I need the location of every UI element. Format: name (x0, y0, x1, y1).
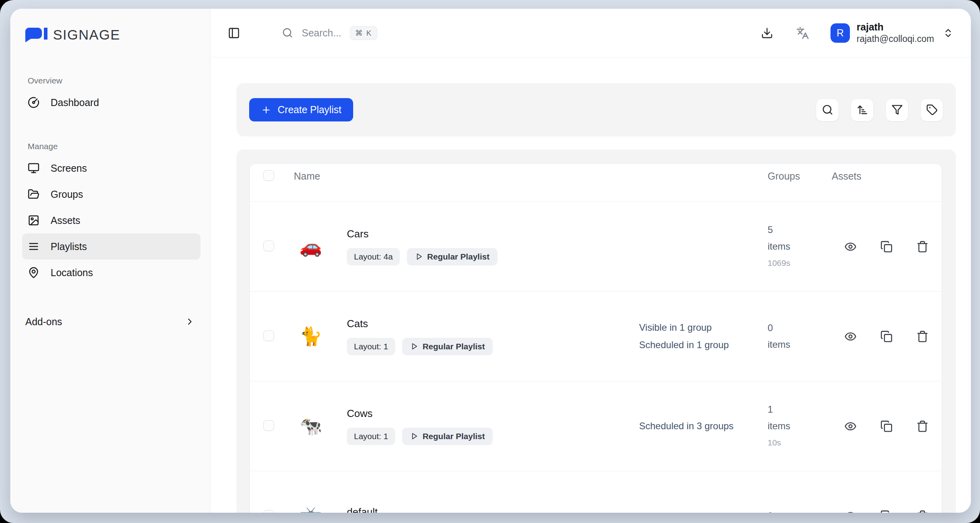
sort-button[interactable] (851, 99, 874, 121)
user-avatar[interactable]: R (831, 23, 850, 43)
play-icon (410, 342, 418, 351)
select-all-checkbox[interactable] (263, 170, 274, 181)
row-actions (832, 420, 931, 432)
eye-icon (844, 330, 857, 343)
eye-icon (844, 241, 857, 253)
playlist-name[interactable]: Cars (347, 228, 639, 240)
trash-icon (916, 330, 929, 343)
groups-cell: Visible in 1 groupScheduled in 1 group (639, 319, 734, 354)
playlist-toolbar: Create Playlist (236, 83, 956, 136)
groups-cell: Scheduled in 3 groups (639, 417, 734, 435)
playlist-name[interactable]: Cows (347, 407, 639, 420)
sidebar-item-playlists[interactable]: Playlists (22, 233, 201, 260)
playlist-badges: Layout: 1 Regular Playlist (347, 428, 639, 445)
delete-button[interactable] (916, 241, 929, 253)
row-checkbox[interactable] (263, 510, 274, 513)
section-label-manage: Manage (28, 142, 201, 151)
copy-icon (880, 330, 893, 343)
sidebar-item-assets[interactable]: Assets (22, 207, 201, 233)
map-pin-icon (28, 267, 40, 279)
table-row: 🚗 Cars Layout: 4a Regular Playlist 5 ite… (250, 201, 942, 291)
assets-unit: items (768, 238, 832, 255)
row-actions (832, 510, 931, 513)
assets-count: 5 (768, 222, 832, 238)
delete-button[interactable] (916, 510, 929, 513)
group-status-line: Scheduled in 3 groups (639, 417, 734, 435)
view-button[interactable] (844, 510, 857, 513)
playlist-emoji: 🚗 (299, 237, 347, 256)
sidebar-item-label: Locations (51, 267, 93, 279)
toolbar-icon-buttons (816, 99, 943, 121)
plus-icon (261, 105, 271, 115)
layout-badge: Layout: 1 (347, 338, 395, 355)
sort-ascending-icon (857, 104, 868, 116)
sidebar-item-dashboard[interactable]: Dashboard (22, 89, 201, 116)
chevrons-up-down-icon[interactable] (943, 28, 954, 38)
sidebar-item-label: Dashboard (51, 97, 99, 108)
row-actions (832, 330, 931, 343)
column-header-assets: Assets (832, 171, 931, 182)
sidebar-item-addons[interactable]: Add-ons (22, 311, 201, 332)
search-shortcut-badge: ⌘ K (350, 26, 377, 40)
copy-icon (880, 420, 893, 432)
sidebar-item-groups[interactable]: Groups (22, 181, 201, 207)
list-icon (28, 241, 40, 252)
delete-button[interactable] (916, 420, 929, 432)
table-header: Name Groups Assets (250, 164, 942, 201)
playlist-name[interactable]: default (347, 506, 639, 513)
row-checkbox[interactable] (263, 330, 274, 341)
image-icon (28, 214, 40, 226)
sidebar-item-screens[interactable]: Screens (22, 155, 201, 181)
funnel-icon (891, 104, 903, 116)
playlist-emoji: 🐄 (299, 417, 347, 435)
tags-button[interactable] (920, 99, 943, 121)
table-row: 📺 default 0 (250, 471, 942, 513)
download-button[interactable] (761, 27, 773, 39)
duplicate-button[interactable] (880, 420, 893, 432)
row-actions (832, 241, 931, 253)
pisignage-logo-icon (24, 27, 48, 43)
eye-icon (844, 420, 857, 432)
search-input[interactable]: Search... ⌘ K (282, 26, 377, 40)
search-placeholder: Search... (302, 27, 341, 39)
assets-unit: items (768, 336, 832, 353)
copy-icon (880, 241, 893, 253)
play-icon (410, 432, 418, 440)
assets-count: 0 (768, 320, 832, 336)
translate-icon[interactable] (796, 27, 809, 40)
assets-cell: 5 items 1069s (768, 222, 832, 271)
assets-count: 0 (768, 508, 832, 513)
trash-icon (916, 241, 929, 253)
topbar: Search... ⌘ K R (210, 9, 971, 57)
row-checkbox[interactable] (263, 241, 274, 251)
view-button[interactable] (844, 241, 857, 253)
row-checkbox[interactable] (263, 420, 274, 431)
duplicate-button[interactable] (880, 510, 893, 513)
copy-icon (880, 510, 893, 513)
view-button[interactable] (844, 330, 857, 343)
playlist-table-panel: Name Groups Assets 🚗 Cars Layout: 4a (236, 150, 956, 513)
create-playlist-button[interactable]: Create Playlist (249, 98, 353, 121)
sidebar-item-label: Groups (51, 189, 83, 200)
table-row: 🐄 Cows Layout: 1 Regular Playlist Schedu… (250, 381, 942, 471)
duplicate-button[interactable] (880, 241, 893, 253)
addons-label: Add-ons (25, 316, 62, 328)
playlist-badges: Layout: 4a Regular Playlist (347, 248, 639, 265)
assets-cell: 1 items 10s (768, 401, 832, 451)
chevron-right-icon (185, 316, 195, 327)
filter-button[interactable] (885, 99, 908, 121)
sidebar-item-locations[interactable]: Locations (22, 260, 201, 286)
sidebar-toggle-button[interactable] (228, 27, 240, 39)
playlist-name[interactable]: Cats (347, 318, 639, 330)
topbar-actions: R rajath rajath@colloqi.com (761, 21, 954, 45)
view-button[interactable] (844, 420, 857, 432)
delete-button[interactable] (916, 330, 929, 343)
table-search-button[interactable] (816, 99, 839, 121)
playlist-emoji: 📺 (299, 507, 347, 513)
brand-name: SIGNAGE (53, 27, 120, 43)
duplicate-button[interactable] (880, 330, 893, 343)
sidebar-item-label: Assets (51, 215, 80, 226)
assets-cell: 0 items (768, 320, 832, 353)
layout-badge: Layout: 4a (347, 248, 400, 265)
screenshot-stage: SIGNAGE Overview Dashboard Manage (0, 0, 980, 523)
